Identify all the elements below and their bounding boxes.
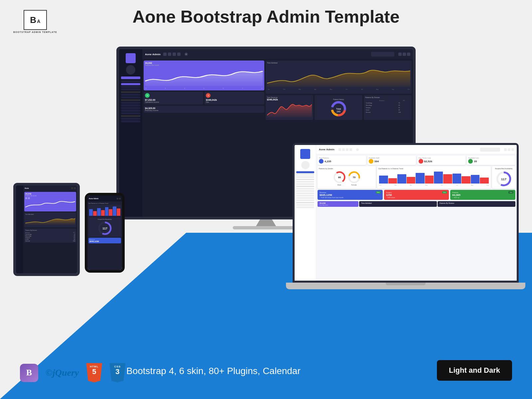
svg-text:117: 117 <box>102 227 107 230</box>
logo-area: B A BOOTSTRAP ADMIN TEMPLATE <box>13 10 57 33</box>
monitor-patients-card: 34,042 Patients this month <box>144 61 264 90</box>
laptop-gender-chart: Patients by Gender 86 <box>318 166 376 189</box>
monitor-patient-history: Patient History Total 249 <box>315 95 362 120</box>
laptop-bottom <box>286 283 525 289</box>
monitor-revenue-card: $ $7,232.00 Operations Income <box>144 92 203 104</box>
svg-text:70: 70 <box>352 176 355 179</box>
jquery-logo: ©jQuery <box>46 367 79 378</box>
phone-device: Aone Admin Out Patients vs. In Patients … <box>85 193 125 273</box>
monitor-revenue-row: $ $7,232.00 Operations Income $ $34 <box>144 92 264 104</box>
tablet-screen: Aone 34,042 Patients this month <box>13 183 80 276</box>
svg-text:86: 86 <box>338 176 341 179</box>
laptop-header: Aone Admin <box>316 145 517 154</box>
laptop-available-cars: Available Cars 35 <box>467 156 515 165</box>
bottom-section: B ©jQuery HTML 5 CSS 3 Bootstrap 4, 6 sk… <box>0 332 532 399</box>
page-header: B A BOOTSTRAP ADMIN TEMPLATE Aone Bootst… <box>0 7 532 27</box>
laptop-bar-chart: Out Patients vs. In Patients Trend <box>377 166 491 189</box>
monitor-by-division: Patients By Division DivisionPT. Cardiol… <box>364 95 412 120</box>
monitor-stat2: $4,329.00 Pharmacy Income <box>144 106 264 113</box>
monitor-topbar: Aone Admin × <box>142 49 413 59</box>
svg-text:117: 117 <box>501 177 506 181</box>
logo-subtitle: BOOTSTRAP ADMIN TEMPLATE <box>13 31 57 33</box>
logo-box: B A <box>24 10 47 30</box>
laptop-bottom-bar: 34,042 Time Admitted Time Admitted Patie… <box>318 201 515 207</box>
laptop-stat-row: Total Patients 4,235 Available Staff <box>318 156 515 165</box>
laptop-avg-trend: Avg. Trend. Cost $2,526 <box>417 156 466 165</box>
svg-text:249: 249 <box>337 110 341 113</box>
monitor-time-chart: Time Admitted <box>266 61 412 94</box>
tablet-device: Aone 34,042 Patients this month <box>13 183 80 276</box>
laptop-surgery-card: Surgery New 1258 ~ %65 down <box>384 190 449 200</box>
laptop-bed-chart: Hospital Bed Availability 117 <box>492 166 515 189</box>
laptop-revenue-card: Revenue New $845,1258 ~ %18 decrease fro… <box>318 190 383 200</box>
monitor-search <box>371 52 394 57</box>
laptop-total-patients: Total Patients 4,235 <box>318 156 366 165</box>
laptop-main-content: Aone Admin <box>316 145 517 281</box>
svg-text:Total: Total <box>336 107 341 110</box>
css3-logo: CSS 3 <box>109 363 125 382</box>
monitor-revenue2-card: $ $346,042k Ops <box>204 92 264 104</box>
laptop-available-staff: Available Staff 394 <box>367 156 416 165</box>
monitor-wave-chart <box>145 66 263 86</box>
laptop-charts-row: Patients by Gender 86 <box>318 166 515 189</box>
laptop-patients-card: Patients View 84,965 ~ %64 up <box>450 190 515 200</box>
monitor-sidebar <box>119 49 142 217</box>
page-title: Aone Bootstrap Admin Template <box>132 7 399 27</box>
laptop-sidebar <box>295 145 316 281</box>
tagline: Bootstrap 4, 6 skin, 80+ Plugins, Calend… <box>126 366 301 376</box>
phone-screen: Aone Admin Out Patients vs. In Patients … <box>85 193 125 273</box>
light-dark-badge: Light and Dark <box>437 360 512 381</box>
laptop-device: Aone Admin <box>293 143 519 289</box>
monitor-bottom-row: Total Revenue $346,042k <box>266 95 412 120</box>
devices-container: Aone Admin × <box>0 47 532 279</box>
laptop-bottom-cards: Revenue New $845,1258 ~ %18 decrease fro… <box>318 190 515 200</box>
laptop-body: Total Patients 4,235 Available Staff <box>316 154 517 281</box>
bootstrap-logo: B <box>20 364 38 382</box>
tech-logos-group: B ©jQuery HTML 5 CSS 3 <box>20 363 125 382</box>
monitor-nav-icons <box>163 53 181 56</box>
monitor-total-revenue: Total Revenue $346,042k <box>266 95 314 120</box>
html5-logo: HTML 5 <box>86 363 102 382</box>
laptop-screen: Aone Admin <box>293 143 519 283</box>
laptop-dashboard: Aone Admin <box>295 145 517 281</box>
monitor-left-col: 34,042 Patients this month <box>144 61 264 215</box>
